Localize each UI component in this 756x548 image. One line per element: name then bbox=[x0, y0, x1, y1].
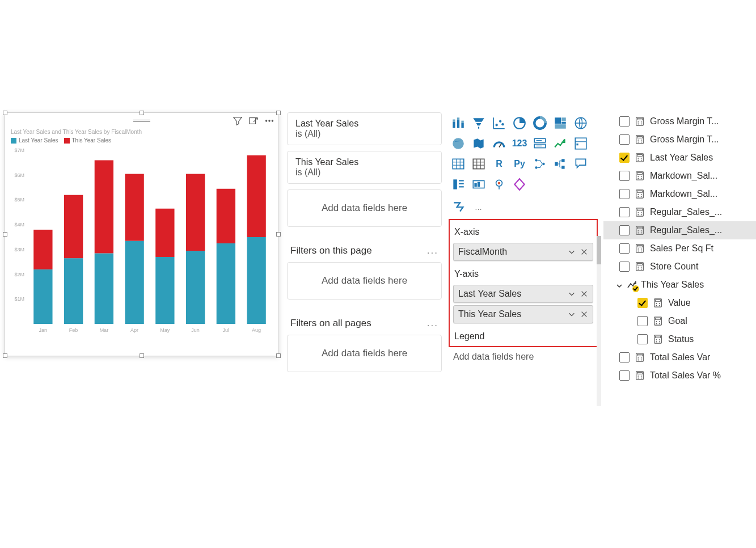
field-checkbox[interactable] bbox=[619, 189, 630, 199]
page-filter-dropzone[interactable]: Add data fields here bbox=[287, 262, 442, 300]
filters-all-more-icon[interactable]: ... bbox=[427, 318, 438, 329]
filters-page-more-icon[interactable]: ... bbox=[427, 245, 438, 256]
chevron-down-icon[interactable] bbox=[568, 290, 576, 298]
field-checkbox[interactable] bbox=[619, 171, 630, 181]
field-checkbox[interactable] bbox=[619, 352, 630, 362]
card-icon[interactable]: 123 bbox=[511, 135, 528, 152]
field-checkbox[interactable] bbox=[619, 116, 630, 127]
remove-field-icon[interactable] bbox=[580, 310, 588, 318]
pie-chart-icon[interactable] bbox=[511, 115, 528, 132]
stacked-column-chart-icon[interactable] bbox=[450, 115, 467, 132]
focus-mode-icon[interactable] bbox=[248, 115, 259, 127]
scatter-chart-icon[interactable] bbox=[491, 115, 508, 132]
svg-point-152 bbox=[656, 339, 657, 340]
treemap-icon[interactable] bbox=[552, 115, 569, 132]
resize-handle[interactable] bbox=[3, 232, 7, 237]
svg-point-164 bbox=[637, 376, 639, 377]
field-checkbox[interactable] bbox=[619, 134, 630, 145]
filled-map-icon[interactable] bbox=[450, 135, 467, 152]
svg-rect-81 bbox=[478, 182, 480, 187]
field-hierarchy-item[interactable]: This Year Sales bbox=[603, 276, 756, 294]
paginated-report-icon[interactable] bbox=[470, 176, 487, 193]
legend-dropzone[interactable]: Add data fields here bbox=[449, 347, 598, 366]
field-list-item[interactable]: Last Year Sales bbox=[603, 149, 756, 167]
table-icon[interactable] bbox=[450, 155, 467, 172]
field-list-item[interactable]: Store Count bbox=[603, 258, 756, 276]
r-visual-icon[interactable]: R bbox=[491, 155, 508, 172]
remove-field-icon[interactable] bbox=[580, 290, 588, 298]
measure-icon bbox=[634, 206, 645, 218]
field-checkbox[interactable] bbox=[619, 153, 630, 163]
resize-handle[interactable] bbox=[140, 353, 144, 358]
field-checkbox[interactable] bbox=[637, 316, 648, 326]
power-apps-icon[interactable] bbox=[511, 176, 528, 193]
field-list-item[interactable]: Goal bbox=[603, 312, 756, 330]
chevron-down-icon[interactable] bbox=[568, 248, 576, 256]
svg-point-159 bbox=[641, 357, 642, 359]
shape-map-icon[interactable] bbox=[470, 135, 487, 152]
field-list-item[interactable]: Gross Margin T... bbox=[603, 112, 756, 130]
field-list-item[interactable]: Regular_Sales_... bbox=[603, 203, 756, 221]
field-list-item[interactable]: Value bbox=[603, 294, 756, 312]
donut-chart-icon[interactable] bbox=[531, 115, 548, 132]
field-checkbox[interactable] bbox=[619, 262, 630, 272]
field-label: Markdown_Sal... bbox=[650, 189, 753, 199]
power-automate-icon[interactable] bbox=[451, 199, 468, 216]
field-list-item[interactable]: Gross Margin T... bbox=[603, 130, 756, 149]
multi-row-card-icon[interactable] bbox=[531, 135, 548, 152]
field-checkbox[interactable] bbox=[619, 243, 630, 254]
field-list-item[interactable]: Sales Per Sq Ft bbox=[603, 239, 756, 258]
visual-filter-card[interactable]: This Year Sales is (All) bbox=[287, 151, 442, 184]
field-list-item[interactable]: Status bbox=[603, 330, 756, 348]
qna-visual-icon[interactable] bbox=[572, 155, 589, 172]
field-list-item[interactable]: Total Sales Var bbox=[603, 348, 756, 366]
field-checkbox[interactable] bbox=[637, 334, 648, 344]
chevron-down-icon[interactable] bbox=[568, 310, 576, 318]
get-more-visuals-icon[interactable]: … bbox=[475, 203, 483, 212]
resize-handle[interactable] bbox=[3, 353, 7, 358]
resize-handle[interactable] bbox=[276, 353, 281, 358]
svg-rect-72 bbox=[555, 162, 558, 166]
svg-rect-85 bbox=[637, 119, 643, 120]
more-options-icon[interactable] bbox=[264, 115, 275, 127]
resize-handle[interactable] bbox=[276, 232, 281, 237]
remove-field-icon[interactable] bbox=[580, 248, 588, 256]
field-list-item[interactable]: Markdown_Sal... bbox=[603, 167, 756, 185]
field-list-item[interactable]: Regular_Sales_... bbox=[603, 221, 756, 239]
visual-filter-dropzone[interactable]: Add data fields here bbox=[287, 189, 442, 227]
field-checkbox[interactable] bbox=[619, 207, 630, 217]
scrollbar-thumb[interactable] bbox=[597, 236, 601, 264]
funnel-chart-icon[interactable] bbox=[470, 115, 487, 132]
map-icon[interactable] bbox=[572, 115, 589, 132]
yaxis-field-pill[interactable]: Last Year Sales bbox=[453, 285, 593, 303]
arcgis-map-icon[interactable] bbox=[491, 176, 508, 193]
allpages-filter-dropzone[interactable]: Add data fields here bbox=[287, 335, 442, 372]
field-list-item[interactable]: Markdown_Sal... bbox=[603, 185, 756, 203]
svg-point-155 bbox=[659, 342, 660, 343]
gauge-icon[interactable] bbox=[491, 135, 508, 152]
report-canvas-visual[interactable]: Last Year Sales and This Year Sales by F… bbox=[0, 112, 284, 356]
matrix-icon[interactable] bbox=[470, 155, 487, 172]
decomposition-tree-icon[interactable] bbox=[552, 155, 569, 172]
field-checkbox[interactable] bbox=[619, 225, 630, 235]
slicer-icon[interactable] bbox=[572, 135, 589, 152]
python-visual-icon[interactable]: Py bbox=[511, 155, 528, 172]
visual-filter-card[interactable]: Last Year Sales is (All) bbox=[287, 112, 442, 145]
svg-point-93 bbox=[641, 140, 642, 141]
svg-rect-46 bbox=[555, 117, 561, 124]
stacked-bar-chart[interactable]: $1M$2M$3M$4M$5M$6M$7MJanFebMarAprMayJunJ… bbox=[5, 147, 277, 340]
xaxis-field-pill[interactable]: FiscalMonth bbox=[453, 243, 593, 261]
chevron-down-icon[interactable] bbox=[616, 281, 623, 288]
smart-narrative-icon[interactable] bbox=[450, 176, 467, 193]
viz-pane-scrollbar[interactable] bbox=[597, 236, 601, 406]
filter-icon[interactable] bbox=[232, 115, 243, 127]
field-checkbox[interactable] bbox=[637, 298, 648, 308]
key-influencers-icon[interactable] bbox=[531, 155, 548, 172]
svg-text:Apr: Apr bbox=[130, 327, 138, 333]
kpi-icon[interactable] bbox=[552, 135, 569, 152]
field-list-item[interactable]: Total Sales Var % bbox=[603, 366, 756, 385]
visual-drag-handle[interactable] bbox=[133, 120, 150, 122]
yaxis-field-pill[interactable]: This Year Sales bbox=[453, 305, 593, 323]
field-checkbox[interactable] bbox=[619, 370, 630, 381]
svg-point-1 bbox=[265, 120, 267, 121]
